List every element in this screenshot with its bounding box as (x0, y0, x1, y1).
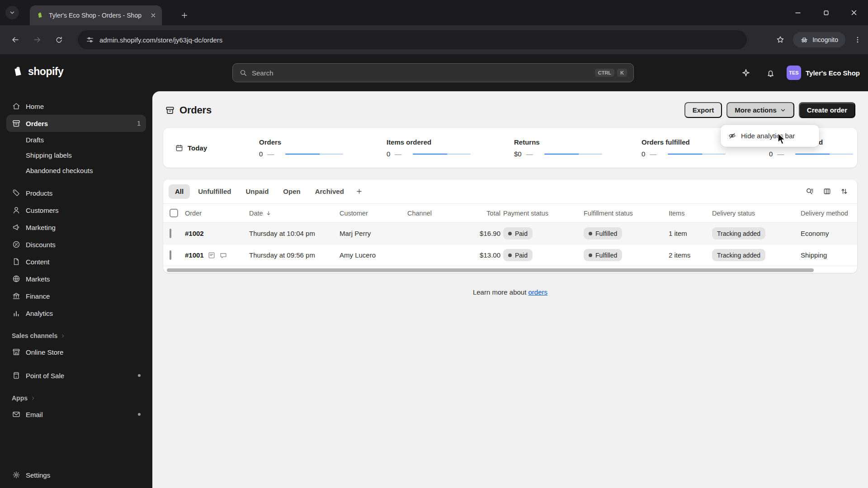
column-total[interactable]: Total (453, 210, 503, 217)
tab-all[interactable]: All (169, 184, 190, 199)
url-field[interactable]: admin.shopify.com/store/jy63jq-dc/orders (78, 30, 747, 49)
payment-status-cell: Paid (503, 227, 584, 239)
sidebar-item-shipping-labels[interactable]: Shipping labels (6, 147, 146, 163)
sales-channels-header[interactable]: Sales channels (6, 328, 146, 343)
table-actions (802, 184, 852, 199)
account-menu[interactable]: TES Tyler's Eco Shop (787, 66, 860, 80)
sidebar-item-analytics[interactable]: Analytics (6, 305, 146, 322)
column-payment-status[interactable]: Payment status (503, 210, 584, 217)
tab-close-icon[interactable] (149, 11, 157, 19)
store-name: Tyler's Eco Shop (806, 69, 860, 77)
orders-help-link[interactable]: orders (528, 288, 548, 296)
new-tab-button[interactable] (177, 8, 192, 23)
reload-icon (55, 36, 63, 44)
sidebar-item-discounts[interactable]: Discounts (6, 236, 146, 253)
sidebar-item-point-of-sale[interactable]: Point of Sale (6, 367, 146, 384)
export-button[interactable]: Export (684, 102, 722, 118)
sidebar-item-home[interactable]: Home (6, 98, 146, 115)
window-close-button[interactable] (840, 0, 868, 25)
window-maximize-button[interactable] (812, 0, 840, 25)
hide-analytics-menu-item[interactable]: Hide analytics bar (723, 127, 816, 144)
topbar-right: TES Tyler's Eco Shop (738, 54, 860, 91)
horizontal-scrollbar[interactable] (163, 267, 857, 273)
sort-button[interactable] (836, 184, 852, 199)
shopify-logo[interactable]: shopify (12, 65, 63, 78)
orders-table-card: All Unfulfilled Unpaid Open Archived Ord… (163, 179, 857, 273)
column-fulfillment-status[interactable]: Fulfillment status (584, 210, 669, 217)
browser-menu-icon[interactable] (854, 36, 862, 44)
sidebar-item-markets[interactable]: Markets (6, 270, 146, 287)
forward-button[interactable] (28, 31, 46, 49)
date-range-button[interactable]: Today (163, 144, 259, 152)
notifications-button[interactable] (762, 65, 778, 81)
column-customer[interactable]: Customer (340, 210, 407, 217)
order-number[interactable]: #1001 (185, 251, 249, 259)
globe-icon (12, 274, 21, 283)
home-icon (12, 102, 21, 111)
table-row[interactable]: #1002 Thursday at 10:04 pm Marj Perry $1… (163, 223, 857, 244)
sidebar-item-online-store[interactable]: Online Store (6, 343, 146, 361)
calendar-icon (175, 144, 184, 152)
metric-orders[interactable]: Orders 0 — (259, 138, 387, 158)
sidebar-item-drafts[interactable]: Drafts (6, 132, 146, 147)
tab-unfulfilled[interactable]: Unfulfilled (192, 184, 237, 199)
order-date: Thursday at 09:56 pm (249, 251, 340, 259)
order-number[interactable]: #1002 (185, 230, 249, 237)
column-channel[interactable]: Channel (407, 210, 453, 217)
column-date[interactable]: Date (249, 210, 340, 217)
browser-tab[interactable]: Tyler's Eco Shop - Orders - Shop (30, 5, 162, 25)
sidebar-item-marketing[interactable]: Marketing (6, 219, 146, 236)
apps-header[interactable]: Apps (6, 390, 146, 406)
sidebar-item-orders[interactable]: Orders 1 (6, 115, 146, 132)
metric-returns[interactable]: Returns $0 — (514, 138, 642, 158)
order-total: $16.90 (453, 230, 503, 237)
sidebar-item-email[interactable]: Email (6, 406, 146, 423)
sidebar-item-settings[interactable]: Settings (6, 466, 146, 483)
sidebar-item-finance[interactable]: Finance (6, 287, 146, 305)
desktop: { "browser": { "tab_title": "Tyler's Eco… (0, 0, 868, 488)
global-search-input[interactable]: Search CTRL K (232, 63, 634, 82)
tab-search-button[interactable] (5, 6, 19, 19)
sidebar-item-products[interactable]: Products (6, 184, 146, 202)
sidebar-item-content[interactable]: Content (6, 253, 146, 270)
orders-page-icon (165, 105, 175, 115)
column-order[interactable]: Order (185, 210, 249, 217)
table-tabs-row: All Unfulfilled Unpaid Open Archived (163, 179, 857, 204)
fulfillment-status-cell: Fulfilled (584, 227, 669, 239)
payment-status-badge: Paid (503, 249, 533, 261)
columns-button[interactable] (819, 184, 835, 199)
tab-open[interactable]: Open (277, 184, 307, 199)
create-order-button[interactable]: Create order (799, 102, 855, 118)
column-items[interactable]: Items (669, 210, 712, 217)
reload-button[interactable] (50, 31, 68, 49)
column-delivery-method[interactable]: Delivery method (801, 210, 868, 217)
metric-items-ordered[interactable]: Items ordered 0 — (387, 138, 514, 158)
scrollbar-thumb[interactable] (167, 268, 814, 272)
column-delivery-status[interactable]: Delivery status (712, 210, 801, 217)
learn-more-text: Learn more about (473, 288, 526, 296)
table-row[interactable]: #1001 Thursday at 09:56 pm Amy Lucero $1… (163, 244, 857, 266)
back-button[interactable] (6, 31, 24, 49)
bookmark-star-icon[interactable] (776, 35, 785, 44)
shopify-bag-icon (12, 65, 24, 78)
order-date: Thursday at 10:04 pm (249, 230, 340, 237)
tab-unpaid[interactable]: Unpaid (240, 184, 275, 199)
more-actions-button[interactable]: More actions (726, 102, 794, 118)
sidebar-item-abandoned-checkouts[interactable]: Abandoned checkouts (6, 163, 146, 178)
columns-icon (823, 187, 831, 196)
select-all-checkbox[interactable] (170, 209, 178, 217)
sidekick-button[interactable] (738, 65, 754, 81)
row-checkbox[interactable] (170, 250, 171, 260)
search-placeholder: Search (252, 69, 274, 77)
order-items: 1 item (669, 230, 712, 237)
search-filter-button[interactable] (802, 184, 817, 199)
metric-change: — (526, 150, 533, 158)
row-checkbox[interactable] (170, 229, 171, 238)
sort-descending-icon (265, 210, 272, 216)
window-minimize-button[interactable] (784, 0, 812, 25)
tab-archived[interactable]: Archived (309, 184, 350, 199)
delivery-method: Economy (801, 230, 868, 237)
add-view-button[interactable] (352, 184, 367, 199)
badge-label: Tracking added (717, 252, 760, 259)
sidebar-item-customers[interactable]: Customers (6, 202, 146, 219)
